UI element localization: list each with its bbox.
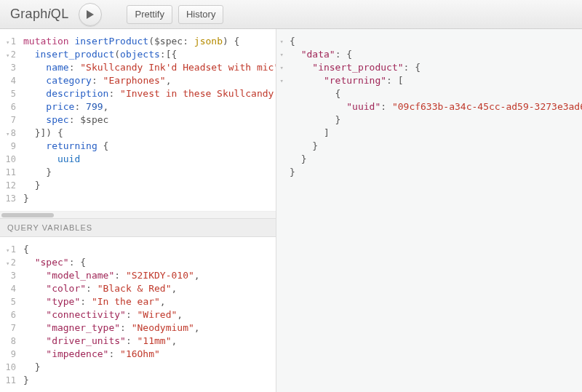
query-variables-header[interactable]: QUERY VARIABLES bbox=[0, 218, 276, 237]
main: ▾1▾234567▾8910111213 mutation insertProd… bbox=[0, 29, 582, 392]
left-panel: ▾1▾234567▾8910111213 mutation insertProd… bbox=[0, 29, 276, 392]
toolbar: GraphiQL Prettify History bbox=[0, 0, 582, 29]
history-button[interactable]: History bbox=[178, 5, 223, 24]
logo-text-prefix: Graph bbox=[10, 7, 48, 21]
run-button[interactable] bbox=[79, 3, 102, 26]
logo-text-suffix: QL bbox=[51, 7, 69, 21]
variables-editor[interactable]: ▾1▾234567891011 { "spec": { "model_name"… bbox=[0, 237, 276, 392]
prettify-button[interactable]: Prettify bbox=[127, 5, 172, 24]
query-editor[interactable]: ▾1▾234567▾8910111213 mutation insertProd… bbox=[0, 29, 276, 218]
horizontal-scrollbar[interactable] bbox=[0, 211, 276, 218]
result-pane[interactable]: ▾▾▾▾ { "data": { "insert_product": { "re… bbox=[276, 29, 582, 392]
app-logo: GraphiQL bbox=[6, 7, 73, 22]
play-icon bbox=[86, 9, 95, 20]
